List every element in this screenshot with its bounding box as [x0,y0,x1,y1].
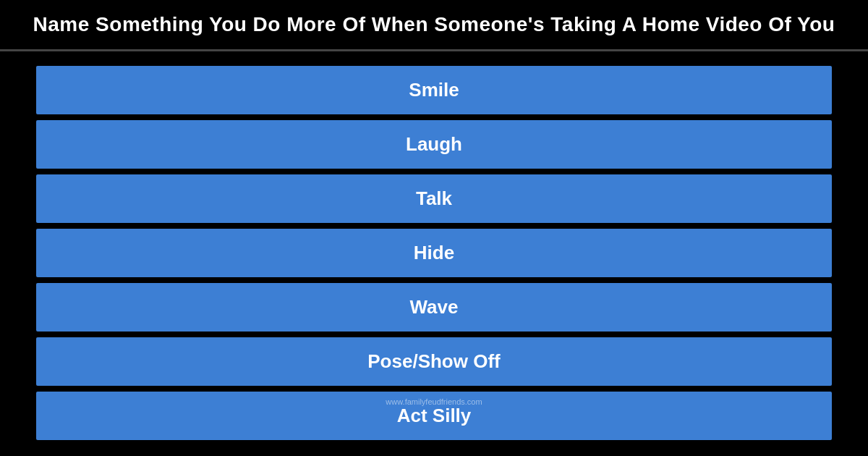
answers-container: Smile Laugh Talk Hide Wave Pose/Show Off… [0,51,868,447]
answer-label-7: Act Silly [397,405,472,426]
answer-bar-1: Smile [36,66,832,114]
answer-bar-3: Talk [36,174,832,223]
answer-label-4: Hide [414,242,454,263]
answer-label-6: Pose/Show Off [367,350,500,372]
answer-label-2: Laugh [406,133,462,155]
watermark-text: www.familyfeudfriends.com [386,397,482,406]
answer-bar-7: www.familyfeudfriends.com Act Silly [36,392,832,440]
answer-bar-6: Pose/Show Off [36,337,832,386]
answer-bar-2: Laugh [36,120,832,169]
answer-label-3: Talk [416,187,452,209]
answer-label-1: Smile [409,79,459,101]
answer-bar-4: Hide [36,229,832,277]
answer-label-5: Wave [410,296,459,318]
answer-bar-5: Wave [36,283,832,332]
question-title: Name Something You Do More Of When Someo… [14,13,854,36]
header: Name Something You Do More Of When Someo… [0,0,868,51]
